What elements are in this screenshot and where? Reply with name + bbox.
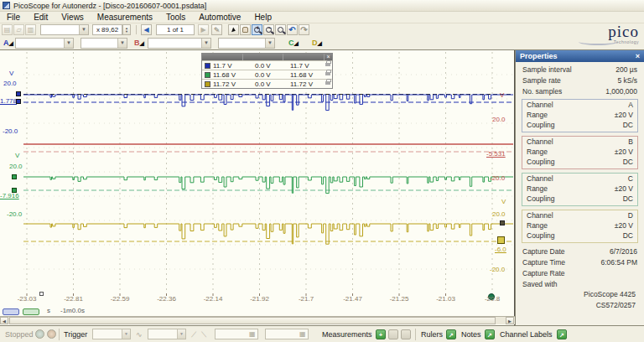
menu-automotive[interactable]: Automotive bbox=[199, 13, 241, 22]
axis-a-ruler-value[interactable]: 1.778 bbox=[0, 97, 17, 105]
delete-measurement-button[interactable] bbox=[401, 329, 411, 339]
menu-help[interactable]: Help bbox=[254, 13, 272, 22]
pointer-tool-button[interactable] bbox=[228, 24, 239, 35]
channel-a-ruler-handle[interactable] bbox=[16, 99, 21, 104]
channel-a-scale-badge[interactable] bbox=[3, 308, 19, 315]
open-file-button[interactable]: ▱ bbox=[13, 24, 24, 35]
time-tick: -22.59 bbox=[103, 295, 137, 303]
overlay-header: × bbox=[202, 54, 332, 60]
chevron-down-icon: ▼ bbox=[122, 329, 130, 339]
channel-group: ChannelC Range±20 V CouplingDC bbox=[522, 173, 638, 206]
hand-icon bbox=[242, 27, 248, 33]
channel-button-d[interactable]: D◢ bbox=[312, 39, 322, 47]
close-icon[interactable]: × bbox=[636, 52, 640, 60]
measurements-label: Measurements bbox=[322, 330, 372, 339]
channel-a-offset-marker[interactable] bbox=[16, 91, 21, 96]
channel-a-coupling-combo[interactable]: ▼ bbox=[80, 38, 127, 49]
app-window: PicoScope for Autonerdz - [Disco-2016060… bbox=[0, 0, 644, 342]
home-button[interactable]: ▤ bbox=[2, 24, 13, 35]
prop-value: 1,000,000 bbox=[605, 87, 637, 97]
scope-area[interactable]: V 20.0 1.778 -20.0 V 20.0 -7.916 -20.0 V… bbox=[0, 50, 515, 325]
scroll-right-button[interactable]: ▶ bbox=[506, 317, 514, 324]
axis-c-unit: V bbox=[15, 152, 19, 159]
go-button[interactable] bbox=[35, 329, 44, 339]
channel-button-a[interactable]: A◢ bbox=[3, 39, 13, 47]
channel-c-offset-marker[interactable] bbox=[12, 174, 17, 179]
trigger-falling-icon[interactable]: ⟍ bbox=[201, 330, 206, 339]
zoom-full-button[interactable]: ↷ bbox=[299, 24, 309, 35]
channel-c-scale-badge[interactable] bbox=[23, 308, 39, 315]
undo-zoom-button[interactable]: ↶ bbox=[287, 24, 298, 35]
trigger-mode-combo[interactable]: ▼ bbox=[92, 329, 131, 339]
device-name: PicoScope 4425 bbox=[516, 290, 644, 301]
channel-button-b[interactable]: B◢ bbox=[134, 39, 144, 47]
channel-c-ruler-handle[interactable] bbox=[12, 188, 17, 193]
trigger-delay-field[interactable]: ▦ bbox=[265, 329, 309, 339]
lock-icon[interactable] bbox=[325, 81, 332, 86]
channel-b-coupling-combo[interactable]: ▼ bbox=[218, 38, 275, 49]
notes-toggle[interactable]: ↗ bbox=[485, 329, 495, 339]
measurements-overlay[interactable]: × 11.7 V 0.0 V 11.7 V 11.68 V 0.0 V 11.6… bbox=[201, 53, 333, 89]
scroll-left-button[interactable]: ◀ bbox=[0, 317, 8, 324]
add-measurement-button[interactable]: + bbox=[376, 329, 386, 339]
next-buffer-button[interactable]: ▶ bbox=[198, 24, 209, 35]
trigger-threshold-field[interactable]: ▦ bbox=[215, 329, 258, 339]
scrollbar-thumb[interactable] bbox=[9, 317, 496, 324]
pen-icon: ✎ bbox=[214, 26, 221, 34]
prev-buffer-button[interactable]: ◀ bbox=[141, 24, 152, 35]
prop-value: 6/7/2016 bbox=[610, 247, 637, 257]
prop-value: DC bbox=[623, 231, 633, 241]
menu-edit[interactable]: Edit bbox=[34, 13, 48, 22]
menu-tools[interactable]: Tools bbox=[166, 13, 185, 22]
keypad-icon[interactable]: ▦ bbox=[249, 330, 257, 338]
zoom-in-tool-button[interactable]: + bbox=[252, 24, 262, 35]
channel-button-c[interactable]: C◢ bbox=[288, 39, 299, 47]
menu-views[interactable]: Views bbox=[61, 13, 84, 22]
overlay-a-value1: 11.7 V bbox=[213, 62, 255, 70]
prop-label: Range bbox=[527, 184, 548, 194]
buffer-page-field[interactable]: 1 of 1 bbox=[156, 24, 195, 35]
menu-file[interactable]: File bbox=[7, 13, 20, 22]
lock-icon[interactable] bbox=[325, 72, 332, 77]
prop-value: 5 kS/s bbox=[617, 76, 637, 86]
axis-c-ruler-value[interactable]: -7.916 bbox=[0, 192, 19, 200]
keypad-icon[interactable]: ▦ bbox=[299, 330, 307, 338]
prop-value: B bbox=[628, 137, 633, 148]
lock-icon[interactable] bbox=[325, 63, 332, 68]
rulers-toggle[interactable]: ↗ bbox=[446, 329, 456, 339]
pan-tool-button[interactable] bbox=[240, 24, 251, 35]
channel-d-offset-marker[interactable] bbox=[500, 220, 505, 225]
zoom-out-tool-button[interactable]: − bbox=[263, 24, 274, 35]
stop-button[interactable] bbox=[47, 329, 56, 339]
prop-label: Sample interval bbox=[522, 65, 572, 75]
capture-status: Stopped bbox=[5, 330, 34, 339]
prop-value: ±20 V bbox=[615, 184, 633, 194]
overlay-close-icon[interactable]: × bbox=[325, 54, 332, 60]
channel-d-ruler-handle[interactable] bbox=[497, 236, 505, 244]
zoom-spinner[interactable]: ▲▼ bbox=[122, 24, 131, 35]
prop-label: Channel bbox=[527, 174, 553, 184]
horizontal-scrollbar[interactable]: ◀ ▶ bbox=[0, 316, 515, 324]
marquee-zoom-tool-button[interactable] bbox=[275, 24, 286, 35]
channel-a-range-combo[interactable]: ▼ bbox=[15, 38, 74, 49]
prop-label: Range bbox=[527, 111, 548, 121]
trigger-rising-icon[interactable]: ⟋ bbox=[191, 330, 196, 339]
capture-mode-combo[interactable]: ▼ bbox=[40, 24, 89, 35]
buffer-overview-button[interactable]: ✎ bbox=[211, 24, 222, 35]
axis-b-ruler-value[interactable]: -5.531 bbox=[486, 150, 506, 158]
overlay-swatch bbox=[205, 72, 210, 78]
edit-measurement-button[interactable] bbox=[388, 329, 398, 339]
axis-d-top: 20.0 bbox=[492, 210, 506, 218]
channel-labels-toggle[interactable]: ↗ bbox=[557, 329, 567, 339]
trigger-source-combo[interactable]: ▼ bbox=[148, 329, 186, 339]
axis-d-ruler-value[interactable]: -6.0 bbox=[495, 246, 506, 253]
overlay-swatch bbox=[205, 63, 210, 69]
menu-measurements[interactable]: Measurements bbox=[97, 13, 153, 22]
prop-value: DC bbox=[623, 121, 633, 131]
zoom-value-field[interactable]: x 89,62 bbox=[92, 24, 122, 35]
prop-label: Channel bbox=[527, 211, 553, 221]
rulers-label: Rulers bbox=[421, 330, 443, 339]
channel-b-range-combo[interactable]: ▼ bbox=[148, 38, 211, 49]
trigger-scope-icon[interactable]: ∿ bbox=[136, 330, 143, 339]
save-button[interactable]: ▥ bbox=[25, 24, 36, 35]
